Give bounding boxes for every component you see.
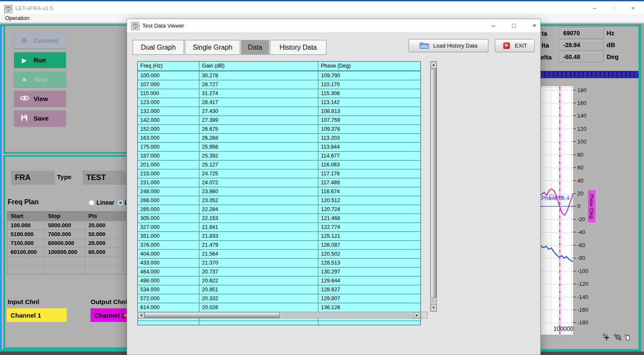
tab-dual-graph[interactable]: Dual Graph [133, 40, 184, 55]
y-tick: 100 [573, 138, 587, 145]
pan-hand-tool-icon[interactable] [624, 334, 633, 341]
table-cell: 31.274 [199, 89, 318, 98]
table-row[interactable]: 132.00027.430108.813 [138, 107, 420, 116]
table-row[interactable]: 187.00025.392114.677 [138, 152, 420, 161]
freq-plan-row[interactable]: 5100.0007000.00050.000 [7, 230, 126, 239]
table-row[interactable]: 285.00022.284120.724 [138, 205, 420, 214]
table-row[interactable]: 175.00025.956113.844 [138, 143, 420, 152]
table-row[interactable]: 376.00021.479126.087 [138, 241, 420, 250]
table-row[interactable]: 107.00028.727110.170 [138, 80, 420, 89]
run-button[interactable]: ▶ Run [14, 52, 66, 68]
menu-item-operation[interactable]: Operation [5, 15, 29, 21]
table-row[interactable]: 115.00031.274115.308 [138, 89, 420, 98]
save-button[interactable]: Save [14, 110, 66, 126]
vertical-scroll-thumb[interactable] [431, 69, 437, 298]
table-row[interactable]: 201.00025.127116.063 [138, 161, 420, 169]
table-cell: 114.677 [318, 152, 420, 160]
table-row[interactable]: 534.00020.951128.627 [138, 285, 420, 294]
freq-plan-row[interactable]: 100.0005000.00020.000 [7, 221, 126, 230]
freq-plan-cell: 7000.000 [45, 230, 85, 239]
increment-dot-icon[interactable] [124, 314, 127, 317]
table-row[interactable]: 464.00020.737130.297 [138, 268, 420, 276]
table-row[interactable]: 248.00023.860116.674 [138, 187, 420, 196]
table-cell: 152.000 [138, 125, 199, 133]
table-row[interactable]: 266.00023.052120.512 [138, 196, 420, 205]
table-row[interactable]: 100.00030.278109.790 [138, 71, 420, 80]
tab-history-data[interactable]: History Data [270, 40, 326, 55]
load-history-data-button[interactable]: Load History Data [409, 39, 488, 52]
dialog-close-icon[interactable]: × [528, 22, 541, 29]
left-accent-strip [0, 24, 2, 349]
table-cell: 21.841 [199, 223, 318, 231]
freq-plan-row[interactable]: 60100.000100000.00060.000 [7, 248, 126, 256]
table-cell: 163.000 [138, 134, 199, 142]
freq-plan-cell [7, 257, 45, 265]
button-label: View [34, 95, 48, 102]
table-row[interactable]: 572.00020.332129.807 [138, 294, 420, 303]
table-row[interactable]: 163.00026.268113.203 [138, 134, 420, 143]
column-header: Phase (Deg) [318, 62, 420, 70]
close-icon[interactable]: × [627, 5, 639, 11]
table-cell: 113.142 [318, 98, 420, 107]
table-row[interactable]: 404.00021.564120.502 [138, 250, 420, 259]
maximize-icon[interactable]: □ [607, 5, 620, 11]
dialog-minimize-icon[interactable]: – [487, 22, 500, 29]
radio-log[interactable] [118, 200, 123, 206]
delta-phase-field[interactable]: -60.48 [560, 51, 604, 62]
input-chnl-field[interactable]: Channel 1 [7, 308, 67, 322]
crosshair-tool-icon[interactable] [603, 334, 611, 341]
radio-linear[interactable] [89, 200, 94, 206]
y-tick: 80 [573, 151, 583, 158]
minimize-icon[interactable]: – [588, 5, 601, 11]
scroll-left-icon[interactable]: ◄ [138, 312, 145, 318]
table-row[interactable]: 123.00028.417113.142 [138, 98, 420, 107]
table-cell: 28.727 [199, 80, 318, 89]
freq-plan-row[interactable]: 7100.00060000.00020.000 [7, 239, 126, 248]
dialog-maximize-icon[interactable]: □ [507, 22, 521, 29]
tab-single-graph[interactable]: Single Graph [185, 40, 240, 55]
freq-plan-row[interactable] [7, 256, 126, 265]
exit-button[interactable]: ✕ EXIT [495, 39, 535, 52]
scroll-right-icon[interactable]: ► [414, 312, 420, 318]
table-cell: 285.000 [138, 205, 199, 214]
floppy-icon [20, 114, 28, 122]
y-tick: -180 [573, 319, 588, 326]
delta-freq-field[interactable]: 69070 [560, 28, 604, 39]
folder-icon [420, 42, 429, 50]
vertical-scrollbar[interactable]: ▲ ▼ [430, 61, 437, 312]
table-cell: 27.399 [199, 116, 318, 124]
freq-plan-row[interactable] [7, 265, 126, 274]
table-row[interactable]: 433.00021.370126.513 [138, 259, 420, 268]
freq-plan-body: 100.0005000.00020.0005100.0007000.00050.… [7, 221, 126, 274]
mode-field[interactable]: FRA [11, 171, 55, 185]
table-row[interactable]: 215.00024.725117.176 [138, 169, 420, 178]
table-cell: 376.000 [138, 241, 199, 249]
horizontal-scroll-thumb[interactable] [145, 312, 280, 318]
table-row[interactable]: 614.00020.026136.126 [138, 303, 420, 312]
table-cell: 107.759 [318, 116, 420, 124]
scroll-down-icon[interactable]: ▼ [431, 304, 437, 311]
delta-gain-field[interactable]: -28.94 [560, 39, 604, 51]
table-row[interactable]: 231.00024.072117.489 [138, 178, 420, 187]
stop-button[interactable]: ■ Stop [14, 71, 66, 87]
table-row[interactable]: 152.00026.675109.376 [138, 125, 420, 134]
table-row[interactable]: 498.00020.622129.644 [138, 276, 420, 285]
delta-phase-unit: Deg [607, 53, 618, 60]
view-button[interactable]: View [14, 91, 66, 107]
data-table[interactable]: Freq (Hz) Gain (dB) Phase (Deg) 100.0003… [137, 61, 428, 325]
freq-plan-table[interactable]: Start Stop Pts 100.0005000.00020.0005100… [7, 211, 127, 275]
connect-button[interactable]: ⚙ Connect [14, 33, 66, 48]
table-row[interactable]: 327.00021.841122.774 [138, 223, 420, 232]
freq-plan-cell [85, 266, 123, 274]
table-row[interactable]: 142.00027.399107.759 [138, 116, 420, 125]
table-row[interactable]: 305.00022.153121.468 [138, 214, 420, 223]
zoom-tool-icon[interactable] [614, 334, 622, 341]
freq-plan-label: Freq Plan [8, 198, 39, 206]
freq-plan-cell: 50.000 [85, 230, 123, 239]
scroll-up-icon[interactable]: ▲ [431, 62, 437, 68]
horizontal-scrollbar[interactable]: ◄ ► [137, 312, 421, 318]
table-row[interactable]: 351.00021.833125.121 [138, 232, 420, 241]
tab-data[interactable]: Data [241, 40, 269, 55]
freq-plan-cell [45, 266, 85, 274]
dialog-titlebar[interactable]: 2061LET Test Data Viewer – □ × [127, 19, 540, 33]
